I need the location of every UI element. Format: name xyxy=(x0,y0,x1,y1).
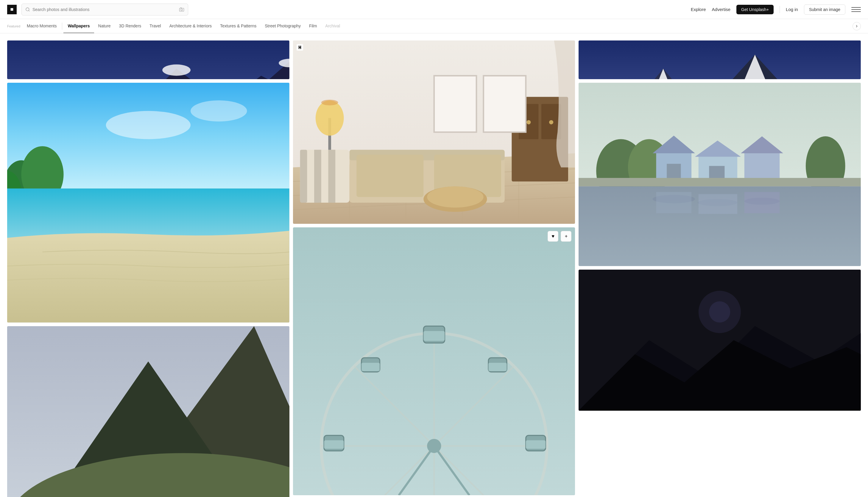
cat-nav-next[interactable] xyxy=(853,22,861,30)
add-button-2[interactable]: + xyxy=(561,231,571,242)
svg-point-11 xyxy=(191,100,247,122)
svg-rect-71 xyxy=(578,41,861,79)
logo[interactable]: ■ xyxy=(7,5,17,14)
nav-get-plus[interactable]: Get Unsplash+ xyxy=(737,5,774,14)
cat-architecture[interactable]: Architecture & Interiors xyxy=(165,19,216,33)
cat-travel[interactable]: Travel xyxy=(145,19,165,33)
svg-rect-96 xyxy=(744,192,780,213)
cat-textures[interactable]: Textures & Patterns xyxy=(216,19,261,33)
category-nav: Featured Macro Moments Wallpapers Nature… xyxy=(0,19,868,33)
photo-card-dark-mountains[interactable] xyxy=(7,41,290,79)
svg-point-7 xyxy=(162,65,191,76)
svg-rect-34 xyxy=(356,155,423,197)
photo-card-dark-scene[interactable] xyxy=(578,270,861,411)
photo-card-beach[interactable] xyxy=(7,83,290,323)
hamburger-menu[interactable] xyxy=(851,5,861,14)
hamburger-line-3 xyxy=(851,11,861,12)
category-nav-inner: Featured Macro Moments Wallpapers Nature… xyxy=(7,19,344,33)
nav-login[interactable]: Log in xyxy=(786,7,798,12)
svg-point-0 xyxy=(26,8,29,11)
cat-street[interactable]: Street Photography xyxy=(261,19,305,33)
svg-rect-39 xyxy=(300,150,307,203)
cat-divider xyxy=(62,23,62,30)
photo-houses-lake xyxy=(578,83,861,266)
photo-dark-mountains xyxy=(7,41,290,79)
hamburger-line-1 xyxy=(851,7,861,8)
svg-rect-38 xyxy=(300,150,349,203)
photo-card-houses-lake[interactable] xyxy=(578,83,861,266)
nav-advertise[interactable]: Advertise xyxy=(712,7,731,12)
svg-point-3 xyxy=(181,9,183,11)
svg-point-10 xyxy=(106,111,191,139)
photo-beach xyxy=(7,83,290,323)
svg-rect-2 xyxy=(180,8,184,11)
svg-rect-87 xyxy=(744,153,780,182)
cat-nature[interactable]: Nature xyxy=(94,19,115,33)
svg-rect-41 xyxy=(328,150,335,203)
chevron-right-icon xyxy=(855,24,859,28)
svg-point-49 xyxy=(549,120,553,124)
cat-3d-renders[interactable]: 3D Renders xyxy=(115,19,145,33)
nav-submit[interactable]: Submit an image xyxy=(804,4,845,15)
cat-film[interactable]: Film xyxy=(305,19,321,33)
cat-macro-moments[interactable]: Macro Moments xyxy=(23,19,61,33)
svg-rect-50 xyxy=(434,75,476,132)
search-bar[interactable] xyxy=(22,3,188,15)
svg-rect-40 xyxy=(314,150,321,203)
svg-point-44 xyxy=(321,100,338,105)
camera-search-icon[interactable] xyxy=(179,7,184,12)
like-button-2[interactable]: ♥ xyxy=(548,231,558,242)
hamburger-line-2 xyxy=(851,9,861,10)
photo-card-ferris-wheel[interactable]: ♥ + xyxy=(293,227,575,495)
logo-icon: ■ xyxy=(11,6,14,13)
svg-rect-51 xyxy=(483,75,526,132)
header: ■ Explore Advertise Get Unsplash+ Log in… xyxy=(0,0,868,19)
photo-grid: ♥ + xyxy=(7,41,861,497)
photo-col-1 xyxy=(7,41,290,497)
main-content: ♥ + xyxy=(0,33,868,497)
cat-archival[interactable]: Archival xyxy=(321,19,344,33)
search-icon xyxy=(25,7,30,12)
svg-rect-89 xyxy=(578,178,861,186)
svg-rect-95 xyxy=(699,194,737,214)
card-logo xyxy=(297,44,303,52)
photo-mountain-person xyxy=(7,326,290,497)
svg-point-101 xyxy=(709,301,730,323)
header-nav: Explore Advertise Get Unsplash+ Log in S… xyxy=(691,4,861,15)
photo-col-3 xyxy=(578,41,861,497)
photo-snow-mountain xyxy=(578,41,861,79)
svg-point-37 xyxy=(427,186,484,208)
svg-rect-94 xyxy=(656,192,691,213)
svg-rect-4 xyxy=(7,41,290,79)
svg-line-1 xyxy=(29,11,29,11)
nav-divider xyxy=(780,6,780,13)
search-input[interactable] xyxy=(32,7,177,12)
photo-card-interior[interactable] xyxy=(293,41,575,224)
photo-dark-scene xyxy=(578,270,861,411)
svg-point-48 xyxy=(527,120,531,124)
photo-interior xyxy=(293,41,575,224)
cat-wallpapers[interactable]: Wallpapers xyxy=(64,19,94,33)
featured-label: Featured xyxy=(7,24,22,28)
photo-col-2: ♥ + xyxy=(293,41,575,497)
photo-actions-visible: ♥ + xyxy=(548,231,571,242)
photo-card-mountain-person[interactable] xyxy=(7,326,290,497)
photo-card-snow-mountain[interactable] xyxy=(578,41,861,79)
nav-explore[interactable]: Explore xyxy=(691,7,706,12)
svg-point-43 xyxy=(315,100,344,136)
